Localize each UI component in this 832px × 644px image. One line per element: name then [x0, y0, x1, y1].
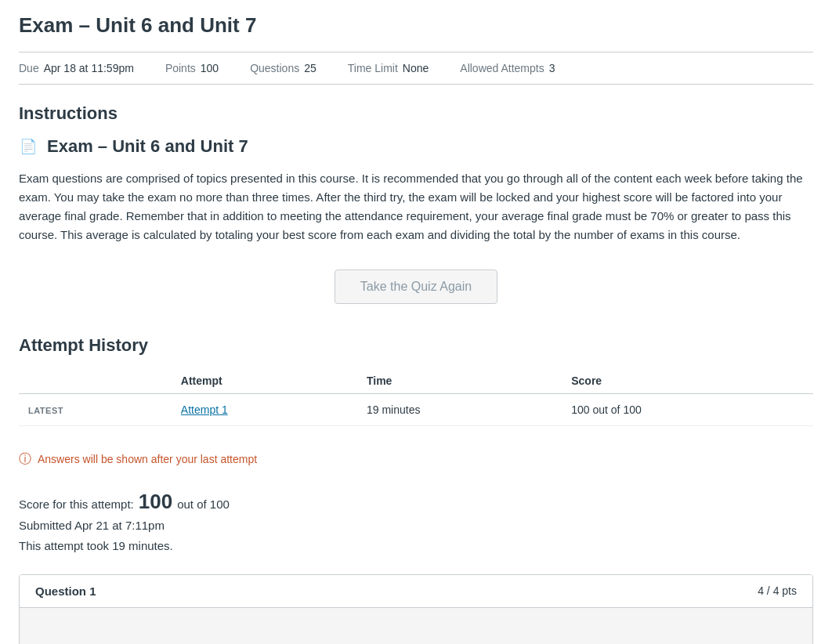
allowed-attempts-value: 3 — [549, 62, 555, 74]
latest-badge: LATEST — [28, 406, 63, 415]
due-label: Due — [19, 62, 39, 74]
instructions-section-title: Instructions — [19, 103, 813, 124]
questions-item: Questions 25 — [250, 62, 317, 74]
question-title: Question 1 — [35, 584, 96, 598]
exam-title-row: 📄 Exam – Unit 6 and Unit 7 — [19, 136, 813, 157]
answers-notice-text: Answers will be shown after your last at… — [38, 453, 257, 465]
exam-instruction-title: Exam – Unit 6 and Unit 7 — [47, 136, 248, 157]
questions-label: Questions — [250, 62, 299, 74]
question-body — [20, 608, 812, 644]
page-title: Exam – Unit 6 and Unit 7 — [19, 13, 813, 39]
question-pts: 4 / 4 pts — [758, 584, 797, 597]
score-section: Score for this attempt: 100 out of 100 S… — [19, 490, 813, 555]
col-empty — [19, 368, 172, 394]
due-value: Apr 18 at 11:59pm — [44, 62, 134, 74]
attempt-time: 19 minutes — [367, 403, 420, 416]
points-item: Points 100 — [165, 62, 219, 74]
take-quiz-button[interactable]: Take the Quiz Again — [335, 270, 497, 304]
attempt-history-table: Attempt Time Score LATEST Attempt 1 19 m… — [19, 368, 813, 426]
allowed-attempts-label: Allowed Attempts — [460, 62, 544, 74]
submitted-date: Submitted Apr 21 at 7:11pm — [19, 517, 813, 535]
col-time: Time — [357, 368, 562, 394]
col-score: Score — [562, 368, 813, 394]
score-value: 100 — [139, 490, 172, 514]
time-limit-item: Time Limit None — [348, 62, 429, 74]
allowed-attempts-item: Allowed Attempts 3 — [460, 62, 555, 74]
meta-bar: Due Apr 18 at 11:59pm Points 100 Questio… — [19, 52, 813, 85]
time-limit-label: Time Limit — [348, 62, 398, 74]
table-row: LATEST Attempt 1 19 minutes 100 out of 1… — [19, 393, 813, 425]
points-value: 100 — [201, 62, 219, 74]
attempt-link[interactable]: Attempt 1 — [181, 403, 228, 416]
points-label: Points — [165, 62, 196, 74]
score-for-label: Score for this attempt: — [19, 497, 134, 511]
time-limit-value: None — [403, 62, 429, 74]
attempt-history-title: Attempt History — [19, 335, 813, 356]
col-attempt: Attempt — [172, 368, 357, 394]
instructions-body: Exam questions are comprised of topics p… — [19, 169, 813, 244]
question-card: Question 1 4 / 4 pts — [19, 574, 813, 644]
answers-notice: ⓘ Answers will be shown after your last … — [19, 445, 813, 474]
attempt-score: 100 out of 100 — [571, 403, 642, 416]
score-out-of: out of 100 — [177, 497, 230, 511]
info-icon: ⓘ — [19, 451, 31, 468]
document-icon: 📄 — [19, 137, 38, 156]
due-item: Due Apr 18 at 11:59pm — [19, 62, 134, 74]
questions-value: 25 — [304, 62, 317, 74]
attempt-duration: This attempt took 19 minutes. — [19, 537, 813, 555]
question-header: Question 1 4 / 4 pts — [20, 575, 812, 608]
